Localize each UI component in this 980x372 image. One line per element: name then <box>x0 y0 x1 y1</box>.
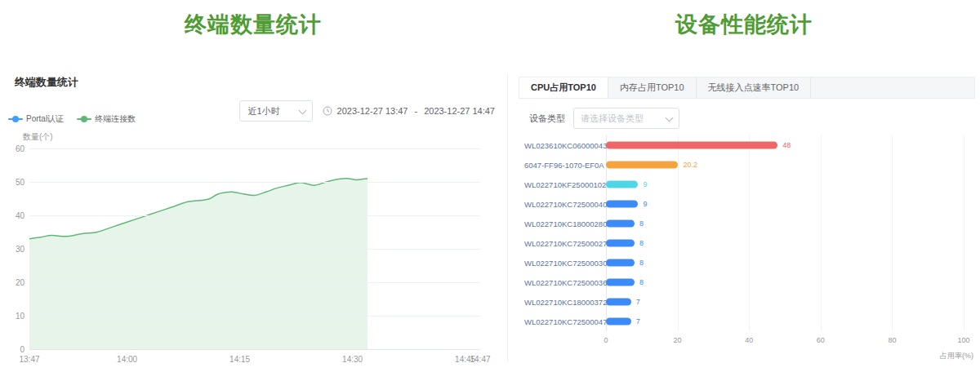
tab[interactable]: 无线接入点速率TOP10 <box>697 78 812 98</box>
time-range-value: 近1小时 <box>248 105 280 117</box>
bar-row: WL022710KC7250004707 <box>524 312 964 331</box>
terminal-stats-panel: 终端数量统计 终端数量统计 近1小时 2023-12-27 13:47 - 20… <box>0 0 506 372</box>
legend-label: Portal认证 <box>26 113 64 125</box>
time-range-select[interactable]: 近1小时 <box>239 100 313 122</box>
bar-category-label[interactable]: 6047-FF96-1070-EF0A <box>524 161 606 170</box>
x-tick-label: 60 <box>817 336 825 344</box>
bar <box>606 142 777 149</box>
x-tick-label: 20 <box>674 336 682 344</box>
x-tick-label: 40 <box>745 336 753 344</box>
bar-category-label[interactable]: WL022710KF25000102 <box>524 180 606 189</box>
bar-row: WL023610KC0600004348 <box>524 135 964 155</box>
top10-tabs: CPU占用TOP10内存占用TOP10无线接入点速率TOP10 <box>519 77 975 99</box>
legend-item[interactable]: 终端连接数 <box>77 113 136 125</box>
date-range-picker[interactable]: 2023-12-27 13:47 - 2023-12-27 14:47 <box>323 106 495 116</box>
date-end: 2023-12-27 14:47 <box>424 106 495 116</box>
device-type-filter: 设备类型 请选择设备类型 <box>529 108 679 129</box>
legend-marker-icon <box>77 116 91 123</box>
y-tick-label: 40 <box>5 211 24 220</box>
device-type-select[interactable]: 请选择设备类型 <box>573 108 679 129</box>
bar <box>606 220 635 228</box>
bar <box>606 162 678 169</box>
bar-track: 9 <box>606 194 964 214</box>
x-tick-label: 80 <box>888 336 896 344</box>
bar <box>606 201 638 208</box>
bar-track: 20.2 <box>606 155 964 175</box>
bar <box>606 240 635 247</box>
x-axis-ticks: 020406080100 <box>606 336 964 346</box>
bar-track: 48 <box>606 135 964 155</box>
bar-track: 7 <box>606 312 964 331</box>
x-tick-label: 14:30 <box>342 355 363 364</box>
bar-category-label[interactable]: WL022710KC725000369 <box>524 278 606 287</box>
legend-marker-icon <box>8 116 23 123</box>
bar-value-label: 9 <box>643 200 647 208</box>
bar-row: WL022710KC180003727 <box>524 292 964 312</box>
x-axis-line <box>29 349 480 350</box>
bar <box>606 259 635 267</box>
tab[interactable]: CPU占用TOP10 <box>519 78 608 98</box>
chevron-down-icon <box>298 106 306 114</box>
gridline <box>29 282 480 283</box>
bar-value-label: 8 <box>639 278 644 286</box>
y-tick-label: 30 <box>5 245 24 254</box>
x-axis-title: 占用率(%) <box>940 351 973 361</box>
y-tick-label: 50 <box>5 178 24 187</box>
date-separator: - <box>414 106 417 116</box>
bar-row: WL022710KC7250003078 <box>524 253 964 272</box>
bar <box>606 181 638 188</box>
y-axis-title: 数量(个) <box>23 131 53 143</box>
y-tick-label: 10 <box>5 312 24 321</box>
device-type-label: 设备类型 <box>529 113 565 125</box>
bar-row: WL022710KF250001029 <box>524 175 964 194</box>
x-tick-label: 14:00 <box>117 355 137 364</box>
clock-icon <box>323 106 332 116</box>
bar-track: 7 <box>606 292 964 312</box>
y-tick-label: 20 <box>5 278 24 287</box>
dashboard: 终端数量统计 终端数量统计 近1小时 2023-12-27 13:47 - 20… <box>0 0 980 372</box>
y-tick-label: 0 <box>5 345 24 354</box>
legend-label: 终端连接数 <box>95 113 136 125</box>
bar-category-label[interactable]: WL022710KC18000372 <box>524 298 606 307</box>
left-chart-controls: 近1小时 2023-12-27 13:47 - 2023-12-27 14:47 <box>239 100 495 122</box>
bar-track: 8 <box>606 272 964 292</box>
bar-track: 8 <box>606 253 964 272</box>
chart-legend: Portal认证终端连接数 <box>8 113 136 125</box>
bar-value-label: 20.2 <box>683 161 697 169</box>
bar <box>606 318 631 326</box>
bar-row: 6047-FF96-1070-EF0A20.2 <box>524 155 964 175</box>
bar-value-label: 8 <box>639 259 644 267</box>
bar-category-label[interactable]: WL023610KC06000043 <box>524 141 606 150</box>
bar-value-label: 48 <box>782 141 791 149</box>
bar-chart: WL023610KC06000043486047-FF96-1070-EF0A2… <box>524 135 964 331</box>
bar-value-label: 9 <box>643 180 647 188</box>
legend-item[interactable]: Portal认证 <box>8 113 64 125</box>
y-tick-label: 60 <box>5 144 24 153</box>
bar-value-label: 7 <box>636 298 640 306</box>
bar-category-label[interactable]: WL022710KC18000280 <box>524 219 606 228</box>
bar-value-label: 8 <box>639 239 644 247</box>
x-tick-label: 14:47 <box>470 355 490 364</box>
left-page-title: 终端数量统计 <box>0 10 506 39</box>
x-tick-label: 100 <box>957 336 969 344</box>
x-tick-label: 0 <box>604 336 608 344</box>
gridline <box>29 215 480 216</box>
bar-row: WL022710KC7250002728 <box>524 233 964 253</box>
bar-category-label[interactable]: WL022710KC725000272 <box>524 239 606 248</box>
bar-track: 8 <box>606 214 964 233</box>
bar-value-label: 7 <box>636 317 640 326</box>
bar-category-label[interactable]: WL022710KC725000409 <box>524 200 606 209</box>
date-start: 2023-12-27 13:47 <box>337 106 408 116</box>
device-performance-panel: 设备性能统计 CPU占用TOP10内存占用TOP10无线接入点速率TOP10 设… <box>508 0 980 372</box>
bar-value-label: 8 <box>639 219 644 228</box>
bar-category-label[interactable]: WL022710KC725000307 <box>524 259 606 268</box>
bar-category-label[interactable]: WL022710KC725000470 <box>524 317 606 326</box>
line-chart-plot: 010203040506013:4714:0014:1514:3014:4514… <box>29 148 480 349</box>
gridline <box>29 249 480 250</box>
gridline <box>29 316 480 317</box>
tab[interactable]: 内存占用TOP10 <box>608 78 697 98</box>
x-tick-label: 13:47 <box>19 355 39 364</box>
gridline <box>29 148 480 149</box>
gridline <box>29 182 480 183</box>
bar-track: 9 <box>606 175 964 194</box>
